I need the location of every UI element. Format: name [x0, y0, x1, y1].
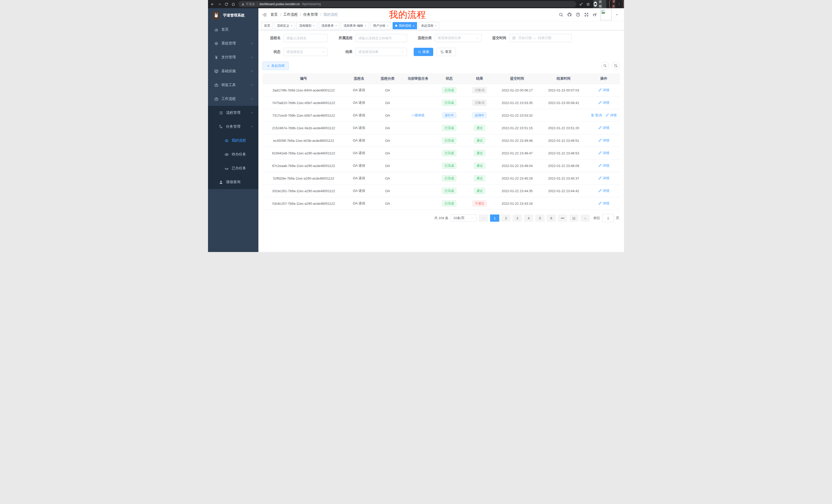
sidebar-item-9[interactable]: 待办任务 [208, 147, 258, 161]
sidebar-item-0[interactable]: 首页 [208, 23, 258, 36]
tab-7[interactable]: 发起流程× [419, 22, 439, 29]
process-def-input[interactable] [356, 34, 407, 42]
cell-end-time: 2022-01-22 23:46:53 [539, 147, 588, 160]
tab-close-icon[interactable]: × [291, 24, 292, 27]
search-icon [418, 50, 421, 54]
header-search-icon[interactable] [559, 12, 563, 17]
pencil-icon [598, 189, 602, 192]
browser-home-icon[interactable] [231, 2, 235, 6]
current-task-link[interactable]: 一级审批 [411, 113, 425, 118]
status-badge: 已完成 [442, 200, 457, 206]
tab-2[interactable]: 流程模型× [296, 22, 317, 29]
sidebar-item-11[interactable]: 请假查询 [208, 175, 258, 189]
security-warning[interactable]: 不安全 [241, 2, 255, 6]
tab-0[interactable]: 首页 [261, 22, 273, 29]
avatar-caret-icon[interactable] [616, 13, 618, 16]
avatar[interactable] [600, 9, 612, 20]
app-logo[interactable]: 芋道管理系统 [208, 8, 258, 23]
cell-end-time: 2022-01-23 00:08:41 [539, 96, 588, 109]
sidebar-item-3[interactable]: 基础设施 [208, 64, 258, 78]
cell-actions: 详情 [588, 197, 620, 210]
cell-end-time [539, 109, 588, 122]
action-detail-link[interactable]: 详情 [598, 138, 609, 143]
status-select[interactable]: 请选择状态 [284, 48, 328, 56]
password-key-icon[interactable] [579, 2, 583, 6]
browser-forward-icon[interactable] [217, 2, 222, 6]
tab-close-icon[interactable]: × [387, 24, 389, 27]
address-bar[interactable]: 不安全 dashboard.yudao.iocoder.cn/bpm/task/… [238, 1, 576, 7]
tab-close-icon[interactable]: × [335, 24, 337, 27]
tab-close-icon[interactable]: × [435, 24, 437, 27]
github-icon[interactable] [567, 12, 572, 17]
font-size-icon[interactable]: ᴛT [593, 12, 597, 17]
show-search-toggle-button[interactable] [601, 62, 609, 70]
cell-process-id: 819442e8-7b9a-11ec-a290-acde48001122 [262, 147, 345, 160]
reset-button[interactable]: 重置 [436, 48, 456, 56]
breadcrumb-separator: / [300, 12, 301, 17]
action-detail-link[interactable]: 详情 [598, 163, 609, 168]
submit-time-range-picker[interactable]: 开始日期 - 结束日期 [509, 34, 572, 42]
category-select[interactable]: 请选择流程分类 [435, 34, 482, 42]
action-detail-link[interactable]: 详情 [598, 151, 609, 156]
sidebar-item-10[interactable]: 已办任务 [208, 161, 258, 175]
category-placeholder: 请选择流程分类 [438, 36, 461, 40]
next-page-button[interactable]: › [580, 215, 590, 222]
tab-5[interactable]: 用户分组× [370, 22, 391, 29]
browser-menu-icon[interactable] [618, 3, 621, 6]
search-button[interactable]: 搜索 [414, 48, 433, 56]
sidebar-toggle-icon[interactable] [262, 12, 267, 17]
tab-6[interactable]: 我的流程× [393, 22, 417, 29]
action-detail-link[interactable]: 详情 [598, 101, 609, 105]
security-warning-label: 不安全 [246, 2, 255, 6]
page-button-11[interactable]: 11 [569, 215, 578, 222]
page-size-select[interactable]: 10条/页 [450, 215, 477, 222]
action-detail-link[interactable]: 详情 [598, 201, 609, 206]
action-detail-link[interactable]: 详情 [598, 88, 609, 92]
refresh-table-button[interactable] [612, 62, 620, 70]
browser-back-icon[interactable] [211, 2, 214, 6]
tab-close-icon[interactable]: × [365, 24, 366, 27]
breadcrumb-item-0[interactable]: 首页 [270, 12, 278, 17]
sidebar-item-8[interactable]: 我的流程 [208, 134, 258, 147]
goto-page-input[interactable] [602, 214, 614, 222]
page-button-6[interactable]: 6 [547, 215, 556, 222]
process-name-input[interactable] [284, 34, 328, 42]
bookmark-star-icon[interactable] [586, 2, 590, 6]
cell-current-task [402, 185, 434, 197]
create-process-button[interactable]: 发起流程 [262, 62, 289, 70]
action-detail-link[interactable]: 详情 [598, 125, 609, 130]
sidebar-item-2[interactable]: 支付管理 [208, 50, 258, 64]
page-button-2[interactable]: 2 [501, 215, 511, 222]
sidebar-item-1[interactable]: 系统管理 [208, 36, 258, 50]
tab-4[interactable]: 流程表单-编辑× [341, 22, 369, 29]
page-button-5[interactable]: 5 [535, 215, 545, 222]
page-button-4[interactable]: 4 [524, 215, 533, 222]
tab-1[interactable]: 流程定义× [274, 22, 295, 29]
sidebar-item-7[interactable]: 任务管理 [208, 120, 258, 134]
result-select[interactable]: 请选择流结果 [356, 48, 407, 56]
tab-close-icon[interactable]: × [413, 24, 414, 27]
tab-3[interactable]: 流程表单× [319, 22, 339, 29]
sidebar-item-4[interactable]: 研发工具 [208, 78, 258, 92]
page-button-3[interactable]: 3 [513, 215, 522, 222]
action-detail-link[interactable]: 详情 [598, 189, 609, 193]
dashboard-icon [214, 27, 218, 32]
help-icon[interactable] [576, 12, 580, 17]
page-button-1[interactable]: 1 [490, 215, 499, 222]
page-ellipsis[interactable]: ••• [558, 215, 567, 222]
result-badge: 通过 [474, 175, 485, 181]
action-detail-link[interactable]: 详情 [598, 176, 609, 180]
fullscreen-icon[interactable] [584, 12, 589, 17]
browser-reload-icon[interactable] [225, 2, 228, 6]
cell-process-id: ec45f38f-7b9a-11ec-b03b-acde48001122 [262, 134, 345, 147]
prev-page-button[interactable]: ‹ [479, 215, 488, 222]
tab-close-icon[interactable]: × [313, 24, 314, 27]
cell-end-time: 2022-01-22 23:45:37 [539, 172, 588, 185]
sidebar-item-6[interactable]: 流程管理 [208, 106, 258, 120]
submit-time-label: 提交时间 [488, 36, 506, 40]
result-label: 结果 [335, 50, 353, 54]
action-detail-link[interactable]: 详情 [605, 113, 617, 118]
tab-label: 用户分组 [373, 24, 385, 28]
action-cancel-link[interactable]: 取消 [591, 113, 602, 118]
sidebar-item-5[interactable]: 工作流程 [208, 92, 258, 106]
